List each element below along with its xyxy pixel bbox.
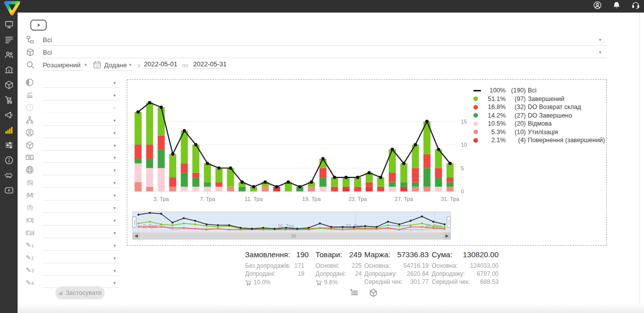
field-m-icon: {M}: [25, 190, 34, 199]
date-field-value: Додане: [104, 61, 127, 69]
sidebar-item-customers[interactable]: [0, 48, 18, 61]
sidebar-item-dashboard[interactable]: [0, 18, 18, 31]
minimap-right-handle[interactable]: [447, 217, 451, 228]
date-from-input[interactable]: [143, 60, 178, 69]
filter-select-field-s[interactable]: [43, 177, 120, 188]
field-s-icon: {S}: [25, 178, 34, 187]
manager-icon: [25, 128, 34, 137]
scrollbar-grip-icon: [292, 234, 295, 238]
statuses-view-button[interactable]: [350, 288, 359, 297]
cart-icon: [315, 279, 322, 286]
legend-item[interactable]: 100%(190)Всі: [473, 86, 605, 95]
stat-column-4: Сума:130820.00Основна:124033.00Допродажу…: [432, 250, 499, 286]
filter-select-field-cp[interactable]: [43, 227, 120, 238]
legend-item[interactable]: 16.8%(32)DO Возврат склад: [473, 103, 605, 112]
legend-item[interactable]: 10.5%(20)Відмова: [473, 120, 605, 128]
apply-button-label: Застосувати: [65, 289, 102, 296]
scroll-right-icon[interactable]: ▶: [443, 232, 451, 240]
video-tutorial-button[interactable]: [30, 20, 47, 31]
legend-dot-marker: [473, 130, 478, 134]
field-t-icon: {T}: [25, 203, 34, 212]
filter-row-source: ▾: [23, 89, 121, 101]
filter-select-field-ct[interactable]: [43, 215, 120, 226]
filter-select-field-t[interactable]: [43, 202, 120, 213]
apply-button[interactable]: Застосувати: [55, 286, 105, 299]
bell-icon[interactable]: [612, 1, 621, 10]
stat-sub-label: Допродані:: [245, 270, 276, 278]
scroll-left-icon[interactable]: ◀: [132, 232, 140, 240]
view-toggles: [350, 288, 378, 297]
chevron-down-icon: ▾: [85, 63, 87, 67]
product-filter-icon: [25, 141, 34, 150]
sidebar-item-info[interactable]: [0, 154, 18, 167]
stat-title: Замовлення:: [245, 250, 290, 259]
search-mode-select[interactable]: Розширений ▾: [43, 60, 84, 71]
scrollbar-thumb[interactable]: [140, 232, 443, 240]
search-mode-value: Розширений: [43, 61, 80, 69]
legend-label: Завершений: [528, 95, 605, 102]
headset-icon[interactable]: [631, 1, 640, 10]
date-field-select[interactable]: Додане ▾: [104, 60, 132, 71]
stat-sub-value: 24: [355, 270, 362, 278]
legend-item[interactable]: 2.1%(4)Повернення (завершений): [473, 136, 605, 145]
filter-row-funnel: ▾: [23, 115, 121, 127]
sidebar-item-video-lessons[interactable]: [0, 184, 18, 197]
product-box-icon: [26, 48, 35, 57]
chevron-down-icon: ▾: [113, 156, 116, 160]
sidebar-item-partners[interactable]: [0, 169, 18, 182]
filter-select-manager[interactable]: [43, 127, 120, 138]
stat-sub-value: 54716.19: [404, 262, 429, 270]
legend-count: (27): [508, 112, 528, 119]
sidebar-item-orders[interactable]: [0, 33, 18, 46]
filter-row-note-1: ✎1▾: [23, 240, 121, 252]
chevron-down-icon: ▾: [113, 244, 116, 248]
filter-select-note-1[interactable]: [43, 240, 120, 251]
topbar-actions: [593, 1, 640, 10]
stat-sub-label: Основна:: [364, 262, 390, 270]
app-logo-icon[interactable]: [4, 1, 21, 12]
analytics-page: Всі ▾ Всі ▾ Розширений ▾ 17 Додане ▾ з п…: [0, 0, 644, 313]
filter-select-field-m[interactable]: [43, 189, 120, 200]
legend-item[interactable]: 5.3%(10)Утилізація: [473, 128, 605, 137]
legend-percent: 14.2%: [485, 112, 508, 119]
legend-line-marker: [473, 90, 481, 91]
sidebar-item-settings[interactable]: [0, 139, 18, 152]
sidebar-item-products[interactable]: [0, 78, 18, 91]
minimap-scrollbar[interactable]: ◀ ▶: [132, 232, 451, 240]
stat-value: 249: [349, 250, 362, 259]
chart-minimap[interactable]: 2. Тра16. Тра23. Тра30. Тра: [132, 212, 451, 232]
filter-select-product-filter[interactable]: [43, 140, 120, 151]
filter-select-note-3[interactable]: [43, 265, 120, 276]
stat-value: 190: [296, 250, 309, 259]
legend-item[interactable]: 14.2%(27)DO Завершено: [473, 112, 605, 120]
products-view-button[interactable]: [369, 288, 378, 297]
stat-sub-value: 19: [298, 270, 304, 278]
legend-label: Всі: [528, 87, 605, 94]
chevron-down-icon: ▾: [113, 231, 116, 236]
date-to-input[interactable]: [192, 60, 227, 69]
sidebar-item-marketing[interactable]: [0, 109, 18, 122]
filter-row-field-s: {S}▾: [23, 177, 121, 189]
legend-label: DO Возврат склад: [528, 103, 605, 111]
product-filter-select[interactable]: Всі ▾: [43, 47, 606, 58]
legend-item[interactable]: 51.1%(97)Завершений: [473, 95, 605, 103]
group-filter-select[interactable]: Всі ▾: [43, 34, 606, 46]
svg-text:?: ?: [29, 105, 31, 110]
minimap-left-handle[interactable]: [132, 217, 136, 228]
note-3-icon: ✎3: [25, 266, 34, 275]
filter-row-field-cp: {Cp}▾: [23, 227, 121, 239]
filter-select-payment[interactable]: [43, 152, 120, 163]
sidebar-item-warehouse[interactable]: [0, 63, 18, 76]
filter-select-source[interactable]: [43, 89, 120, 100]
stat-value: 57336.83: [397, 250, 429, 259]
filter-select-funnel[interactable]: [43, 115, 120, 126]
sidebar-item-supply[interactable]: [0, 93, 18, 107]
sidebar-item-analytics[interactable]: [0, 124, 18, 137]
chevron-down-icon: ▾: [113, 131, 116, 136]
chevron-down-icon: ▾: [113, 219, 116, 223]
right-divider: [639, 13, 640, 306]
filter-select-site[interactable]: [43, 164, 120, 175]
filter-select-note-2[interactable]: [43, 252, 120, 263]
user-icon[interactable]: [593, 1, 602, 10]
filter-select-region[interactable]: [43, 77, 120, 88]
